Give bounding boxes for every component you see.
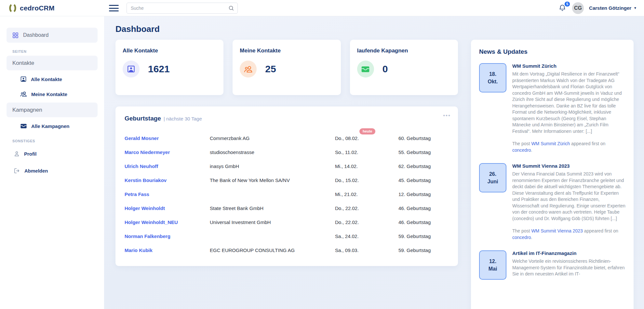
contact-link[interactable]: Holger Weinholdt_NEU	[125, 219, 210, 225]
stat-card-alle-kontakte: Alle Kontakte 1621	[115, 40, 223, 95]
news-item-body: Mit dem Vortrag „Digital Resilience in d…	[512, 71, 625, 134]
brand-logo-icon	[8, 4, 17, 13]
news-post-link[interactable]: WM Summit Zürich	[531, 141, 570, 146]
news-title: News & Updates	[479, 48, 625, 55]
contact-link[interactable]: Mario Kubik	[125, 247, 210, 253]
avatar[interactable]: CG	[572, 2, 584, 14]
date-month: Okt.	[488, 78, 498, 85]
stat-value: 1621	[148, 63, 170, 75]
date-day: 12.	[489, 258, 496, 265]
date-badge: 18. Okt.	[479, 63, 506, 92]
news-item-title: WM Summit Zürich	[512, 63, 625, 69]
news-source-link[interactable]: concedro	[512, 147, 531, 153]
date-cell: Sa., 24.02.	[335, 233, 398, 239]
birthday-cell: 59. Geburtstag	[398, 233, 449, 239]
stat-card-laufende-kampagnen: laufende Kapagnen 0	[350, 40, 458, 95]
logout-icon	[14, 168, 20, 174]
brand-logo: cedroCRM	[0, 4, 55, 13]
table-row: Kerstin Bouriakov The Bank of New York M…	[125, 173, 449, 187]
sidebar-section-sonstiges: SONSTIGES	[12, 139, 98, 143]
briefcase-icon	[20, 123, 27, 129]
news-item-title: WM Summit Vienna 2023	[512, 163, 625, 169]
news-item: 26. Juni WM Summit Vienna 2023 Der Vienn…	[479, 163, 625, 241]
user-name: Carsten Götzinger	[589, 5, 631, 11]
brand-name: cedroCRM	[20, 4, 55, 12]
news-item-body: Der Vienna Financial Data Summit 2023 wi…	[512, 171, 625, 222]
table-row: Mario Kubik EGC EUROGROUP CONSULTING AG …	[125, 243, 449, 257]
date-cell: Mi., 14.02.	[335, 163, 398, 169]
sidebar-group-kampagnen[interactable]: Kampagnen	[7, 103, 98, 117]
date-badge: 12. Mai	[479, 250, 506, 280]
notification-count-badge: 5	[565, 2, 570, 7]
contact-link[interactable]: Ulrich Neuhoff	[125, 163, 210, 169]
sidebar-item-meine-kontakte[interactable]: Meine Kontakte	[7, 88, 98, 100]
search-box	[127, 3, 238, 14]
company-cell: State Street Bank GmbH	[210, 205, 335, 211]
ellipsis-icon[interactable]: •••	[443, 112, 451, 119]
sidebar-group-label: Kontakte	[12, 60, 34, 66]
birthday-cell: 46. Geburtstag	[398, 205, 449, 211]
search-icon[interactable]	[228, 5, 234, 11]
sidebar-item-dashboard[interactable]: Dashboard	[7, 28, 98, 43]
sidebar-item-label: Meine Kontakte	[31, 91, 67, 97]
birthday-cell: 62. Geburtstag	[398, 163, 449, 169]
contact-link[interactable]: Gerald Mosner	[125, 135, 210, 141]
sidebar-item-abmelden[interactable]: Abmelden	[7, 164, 98, 177]
person-icon	[14, 151, 20, 157]
date-month: Mai	[489, 265, 497, 273]
birthdays-title: Geburtstage	[125, 115, 161, 122]
people-icon	[240, 61, 257, 77]
contact-link[interactable]: Marco Niedermeyer	[125, 149, 210, 155]
news-post-link[interactable]: WM Summit Vienna 2023	[531, 228, 583, 233]
stat-card-meine-kontakte: Meine Kontakte 25	[233, 40, 341, 95]
company-cell: Commerzbank AG	[210, 135, 335, 141]
company-cell: inasys GmbH	[210, 163, 335, 169]
company-cell: The Bank of New York Mellon SA/NV	[210, 177, 335, 183]
date-day: 18.	[489, 70, 496, 78]
main-content: Dashboard Alle Kontakte 1621	[104, 16, 644, 309]
sidebar-group-label: Kampagnen	[12, 107, 42, 113]
birthday-cell: 55. Geburtstag	[398, 149, 449, 155]
date-cell: Do., 08.02.heute	[335, 135, 398, 141]
news-item-title: Artikel im IT-Finanzmagazin	[512, 250, 625, 256]
company-cell: Universal Investment GmbH	[210, 219, 335, 225]
sidebar-item-alle-kampagnen[interactable]: Alle Kampagnen	[7, 120, 98, 132]
search-input[interactable]	[131, 6, 228, 11]
stat-value: 0	[382, 63, 388, 75]
sidebar-item-label: Alle Kontakte	[31, 77, 62, 82]
table-row: Marco Niedermeyer studioschoenstrasse So…	[125, 145, 449, 159]
sidebar-item-profil[interactable]: Profil	[7, 147, 98, 160]
menu-toggle-button[interactable]	[109, 4, 119, 12]
contact-link[interactable]: Norman Falkenberg	[125, 233, 210, 239]
table-row: Holger Weinholdt State Street Bank GmbH …	[125, 201, 449, 215]
contact-card-icon	[20, 76, 27, 82]
user-menu[interactable]: Carsten Götzinger ▼	[589, 5, 637, 11]
contact-link[interactable]: Petra Fass	[125, 191, 210, 197]
sidebar-item-label: Dashboard	[23, 32, 48, 38]
page-title: Dashboard	[115, 24, 644, 34]
contact-link[interactable]: Kerstin Bouriakov	[125, 177, 210, 183]
stat-value: 25	[265, 63, 276, 75]
sidebar-item-label: Alle Kampagnen	[31, 123, 70, 129]
news-item: 18. Okt. WM Summit Zürich Mit dem Vortra…	[479, 63, 625, 153]
news-panel: News & Updates 18. Okt. WM Summit Zürich…	[471, 40, 634, 309]
birthday-cell: 45. Geburtstag	[398, 177, 449, 183]
news-item: 12. Mai Artikel im IT-Finanzmagazin Welc…	[479, 250, 625, 280]
notifications-button[interactable]: 5	[558, 4, 567, 12]
news-item-body: Welche Vorteile ein revisionssicheres Ri…	[512, 258, 625, 277]
contact-link[interactable]: Holger Weinholdt	[125, 205, 210, 211]
company-cell: studioschoenstrasse	[210, 149, 335, 155]
table-row: Holger Weinholdt_NEU Universal Investmen…	[125, 215, 449, 229]
date-month: Juni	[488, 178, 498, 185]
sidebar-group-kontakte[interactable]: Kontakte	[7, 56, 98, 70]
date-cell: Do., 22.02.	[335, 219, 398, 225]
news-item-footer: The post WM Summit Zürich appeared first…	[512, 141, 625, 153]
topbar-right: 5 CG Carsten Götzinger ▼	[558, 2, 644, 14]
birthday-cell: 46. Geburtstag	[398, 219, 449, 225]
sidebar-item-alle-kontakte[interactable]: Alle Kontakte	[7, 73, 98, 85]
date-cell: Do., 22.02.	[335, 205, 398, 211]
news-source-link[interactable]: concedro	[512, 235, 531, 240]
topbar: cedroCRM 5 CG Carsten Götzinger ▼	[0, 0, 644, 16]
table-row: Gerald Mosner Commerzbank AG Do., 08.02.…	[125, 131, 449, 145]
people-icon	[20, 91, 27, 97]
